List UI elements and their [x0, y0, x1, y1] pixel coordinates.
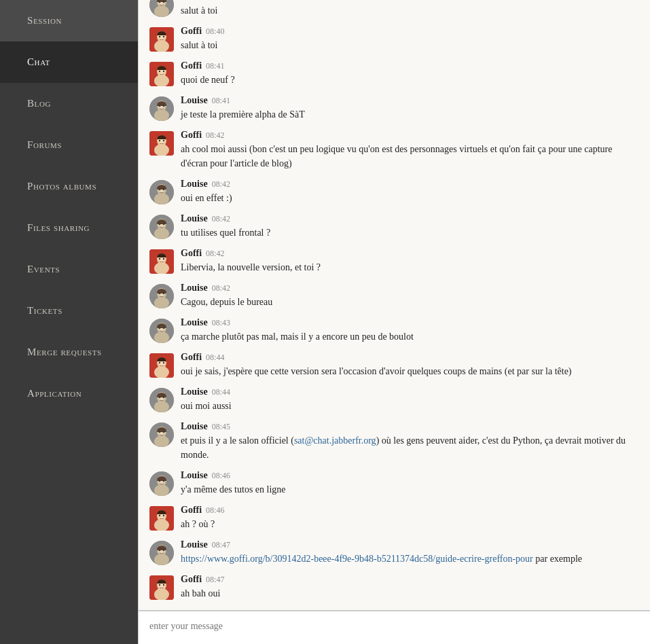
message-input-area	[139, 611, 650, 644]
message-link[interactable]: sat@chat.jabberfr.org	[294, 435, 376, 446]
message-text: oui moi aussi	[181, 399, 639, 413]
message-content: Louise08:46y'a même des tutos en ligne	[181, 470, 639, 497]
message-text: https://www.goffi.org/b/309142d2-beee-4f…	[181, 552, 639, 566]
message-content: Louise08:45et puis il y a le salon offic…	[181, 421, 639, 462]
message-time: 08:46	[206, 505, 224, 516]
message-time: 08:47	[212, 540, 230, 550]
sidebar-item-photos-albums[interactable]: Photos albums	[0, 166, 138, 207]
message-text: ah ? où ?	[181, 517, 639, 531]
message-sender: Goffi	[181, 352, 202, 363]
message-row: Louise08:47https://www.goffi.org/b/30914…	[139, 535, 650, 570]
sidebar-item-events[interactable]: Events	[0, 249, 138, 290]
sidebar-item-tickets[interactable]: Tickets	[0, 290, 138, 332]
message-text: oui en effet :)	[181, 191, 639, 205]
message-content: Goffi08:47ah bah oui	[181, 574, 639, 601]
message-row: Goffi08:46ah ? où ?	[139, 501, 650, 535]
message-text: ah bah oui	[181, 586, 639, 601]
sidebar-item-files-sharing[interactable]: Files sharing	[0, 207, 138, 249]
message-input[interactable]	[139, 611, 650, 641]
message-text: ça marche plutôt pas mal, mais il y a en…	[181, 329, 639, 344]
svg-point-100	[159, 550, 160, 551]
message-time: 08:40	[206, 26, 224, 37]
message-text: salut à toi	[181, 38, 639, 52]
message-content: Louise08:42Cagou, depuis le bureau	[181, 283, 639, 309]
message-sender: Louise	[181, 95, 208, 106]
sidebar-item-merge-requests[interactable]: Merge requests	[0, 332, 138, 373]
avatar-louise	[149, 0, 174, 17]
sidebar-item-session[interactable]: Session	[0, 0, 138, 41]
message-time: 08:42	[206, 130, 224, 141]
avatar-goffi	[149, 62, 174, 86]
messages-list[interactable]: Louise08:40salut à toi Goffi08:40salut à…	[139, 0, 650, 611]
message-time: 08:42	[212, 214, 230, 224]
avatar-goffi	[149, 249, 174, 274]
message-sender: Goffi	[181, 60, 202, 71]
sidebar-item-forums[interactable]: Forums	[0, 124, 138, 166]
message-content: Goffi08:41quoi de neuf ?	[181, 60, 639, 87]
message-header: Goffi08:42	[181, 130, 639, 141]
message-content: Goffi08:40salut à toi	[181, 26, 639, 52]
message-text: salut à toi	[181, 3, 639, 18]
message-row: Louise08:42oui en effet :)	[139, 175, 650, 209]
message-content: Louise08:42tu utilises quel frontal ?	[181, 213, 639, 240]
sidebar-item-blog[interactable]: Blog	[0, 83, 138, 124]
message-text: je teste la première alpha de SàT	[181, 107, 639, 122]
message-time: 08:44	[206, 353, 224, 363]
sidebar-item-application[interactable]: Application	[0, 373, 138, 414]
message-header: Louise08:47	[181, 539, 639, 550]
message-header: Louise08:41	[181, 95, 639, 106]
svg-point-76	[163, 397, 164, 398]
message-link[interactable]: https://www.goffi.org/b/309142d2-beee-4f…	[181, 554, 533, 564]
message-text: oui je sais, j'espère que cette version …	[181, 364, 639, 378]
message-header: Goffi08:46	[181, 505, 639, 516]
svg-point-56	[159, 293, 160, 294]
message-sender: Goffi	[181, 574, 202, 585]
message-sender: Louise	[181, 317, 208, 328]
message-row: Goffi08:42ah cool moi aussi (bon c'est u…	[139, 126, 650, 175]
svg-point-87	[159, 480, 160, 482]
message-row: Louise08:45et puis il y a le salon offic…	[139, 417, 650, 466]
avatar-goffi	[149, 575, 174, 600]
svg-rect-95	[158, 519, 166, 525]
message-header: Goffi08:41	[181, 60, 639, 71]
message-content: Louise08:41je teste la première alpha de…	[181, 95, 639, 122]
message-sender: Louise	[181, 283, 208, 293]
svg-point-94	[163, 515, 164, 516]
message-content: Goffi08:46ah ? où ?	[181, 505, 639, 531]
message-sender: Goffi	[181, 26, 202, 37]
svg-point-93	[159, 515, 160, 516]
message-sender: Goffi	[181, 248, 202, 259]
svg-point-30	[159, 140, 160, 141]
svg-rect-51	[158, 262, 166, 268]
message-row: Louise08:46y'a même des tutos en ligne	[139, 466, 650, 501]
message-header: Louise08:42	[181, 283, 639, 293]
avatar-louise	[149, 423, 174, 447]
svg-point-11	[163, 36, 164, 37]
sidebar-item-chat[interactable]: Chat	[0, 41, 138, 83]
message-row: Louise08:40salut à toi	[139, 0, 650, 22]
svg-point-101	[163, 550, 164, 551]
message-header: Goffi08:47	[181, 574, 639, 585]
message-time: 08:41	[212, 96, 230, 106]
svg-point-44	[163, 223, 164, 225]
message-content: Louise08:40salut à toi	[181, 0, 639, 18]
message-time: 08:45	[212, 422, 230, 432]
avatar-louise	[149, 471, 174, 496]
message-text: tu utilises quel frontal ?	[181, 226, 639, 240]
message-content: Louise08:42oui en effet :)	[181, 179, 639, 205]
message-row: Goffi08:41quoi de neuf ?	[139, 56, 650, 91]
svg-point-5	[163, 1, 164, 3]
svg-point-75	[159, 397, 160, 398]
message-text: et puis il y a le salon officiel (sat@ch…	[181, 433, 639, 462]
message-row: Goffi08:44oui je sais, j'espère que cett…	[139, 348, 650, 382]
svg-point-107	[163, 584, 164, 586]
message-header: Louise08:44	[181, 387, 639, 397]
avatar-louise	[149, 215, 174, 239]
avatar-goffi	[149, 353, 174, 378]
message-text: quoi de neuf ?	[181, 73, 639, 87]
svg-point-10	[159, 36, 160, 37]
svg-point-25	[163, 105, 164, 107]
svg-point-24	[159, 105, 160, 107]
message-sender: Louise	[181, 213, 208, 224]
message-row: Louise08:42Cagou, depuis le bureau	[139, 279, 650, 313]
